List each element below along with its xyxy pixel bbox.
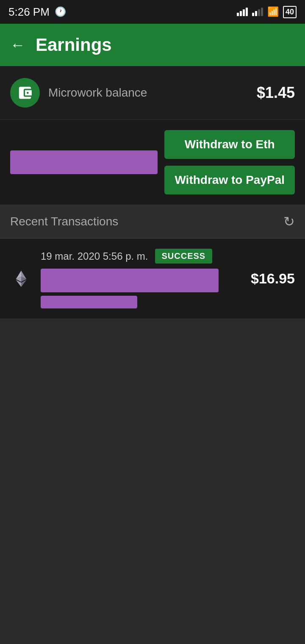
transaction-date: 19 mar. 2020 5:56 p. m. [41, 250, 148, 262]
wallet-icon [10, 78, 40, 108]
page-title: Earnings [36, 35, 112, 55]
balance-left: Microwork balance [10, 78, 147, 108]
transaction-top-row: 19 mar. 2020 5:56 p. m. SUCCESS [41, 249, 242, 264]
transaction-status-badge: SUCCESS [155, 249, 213, 264]
battery-indicator: 40 [283, 6, 297, 18]
wifi-icon: 📶 [267, 6, 279, 17]
transaction-amount: $16.95 [251, 270, 295, 287]
transaction-address-bar-small [41, 296, 137, 308]
wallet-svg [17, 85, 33, 101]
status-bar: 5:26 PM 🕐 📶 40 [0, 0, 305, 24]
status-bar-left: 5:26 PM 🕐 [8, 6, 66, 19]
refresh-icon[interactable]: ↻ [283, 214, 295, 230]
withdraw-input-placeholder[interactable] [10, 150, 158, 174]
withdraw-buttons: Withdraw to Eth Withdraw to PayPal [164, 130, 295, 194]
alarm-icon: 🕐 [55, 6, 66, 17]
withdraw-eth-button[interactable]: Withdraw to Eth [164, 130, 295, 159]
balance-label: Microwork balance [48, 86, 147, 100]
page-header: ← Earnings [0, 24, 305, 66]
signal-icon-1 [237, 8, 248, 16]
recent-transactions-header: Recent Transactions ↻ [0, 205, 305, 239]
status-bar-right: 📶 40 [237, 6, 297, 18]
back-button[interactable]: ← [10, 36, 25, 54]
balance-amount: $1.45 [257, 84, 295, 102]
ethereum-icon [10, 268, 32, 290]
withdraw-section: Withdraw to Eth Withdraw to PayPal [0, 120, 305, 205]
transaction-details: 19 mar. 2020 5:56 p. m. SUCCESS [41, 249, 242, 308]
time-display: 5:26 PM [8, 6, 50, 19]
balance-section: Microwork balance $1.45 [0, 66, 305, 120]
transaction-address-bar [41, 269, 219, 292]
transaction-item: 19 mar. 2020 5:56 p. m. SUCCESS $16.95 [0, 239, 305, 319]
signal-icon-2 [252, 8, 263, 16]
empty-content-area [0, 319, 305, 573]
recent-transactions-label: Recent Transactions [10, 215, 118, 228]
withdraw-paypal-button[interactable]: Withdraw to PayPal [164, 166, 295, 194]
